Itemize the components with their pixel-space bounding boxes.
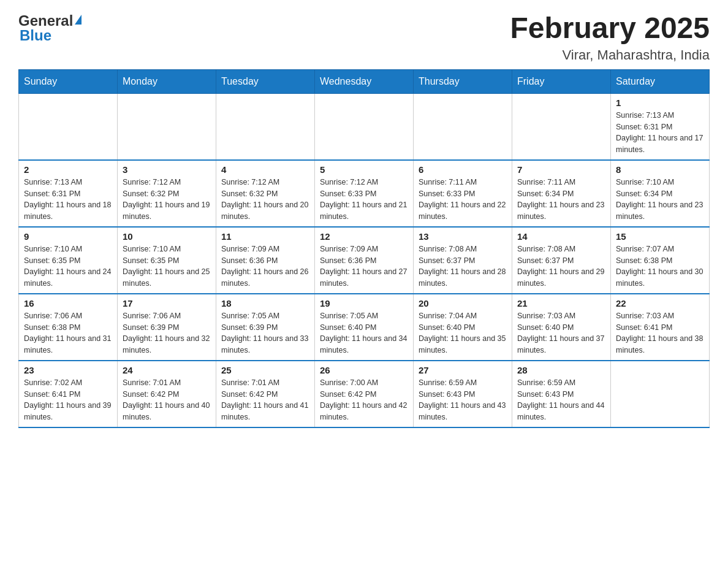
calendar-cell <box>216 93 315 160</box>
calendar-cell: 3Sunrise: 7:12 AMSunset: 6:32 PMDaylight… <box>118 160 216 227</box>
calendar-cell: 9Sunrise: 7:10 AMSunset: 6:35 PMDaylight… <box>19 227 118 294</box>
day-info: Sunrise: 7:07 AMSunset: 6:38 PMDaylight:… <box>616 243 704 289</box>
calendar-cell: 4Sunrise: 7:12 AMSunset: 6:32 PMDaylight… <box>216 160 315 227</box>
calendar-cell: 10Sunrise: 7:10 AMSunset: 6:35 PMDayligh… <box>118 227 216 294</box>
day-number: 25 <box>221 365 309 375</box>
day-number: 8 <box>616 164 704 175</box>
calendar-cell: 23Sunrise: 7:02 AMSunset: 6:41 PMDayligh… <box>19 361 118 427</box>
calendar-cell: 19Sunrise: 7:05 AMSunset: 6:40 PMDayligh… <box>315 294 414 361</box>
day-number: 20 <box>419 298 507 308</box>
weekday-header-thursday: Thursday <box>414 69 512 93</box>
calendar-cell: 24Sunrise: 7:01 AMSunset: 6:42 PMDayligh… <box>118 361 216 427</box>
calendar-cell: 14Sunrise: 7:08 AMSunset: 6:37 PMDayligh… <box>512 227 611 294</box>
calendar-cell <box>315 93 414 160</box>
day-number: 4 <box>221 164 309 175</box>
calendar-week-row: 23Sunrise: 7:02 AMSunset: 6:41 PMDayligh… <box>19 361 710 427</box>
day-info: Sunrise: 7:13 AMSunset: 6:31 PMDaylight:… <box>616 110 704 156</box>
day-number: 17 <box>123 298 211 308</box>
calendar-cell: 15Sunrise: 7:07 AMSunset: 6:38 PMDayligh… <box>611 227 710 294</box>
day-info: Sunrise: 7:09 AMSunset: 6:36 PMDaylight:… <box>221 243 309 289</box>
weekday-header-tuesday: Tuesday <box>216 69 315 93</box>
day-info: Sunrise: 7:00 AMSunset: 6:42 PMDaylight:… <box>320 377 408 423</box>
calendar-cell: 28Sunrise: 6:59 AMSunset: 6:43 PMDayligh… <box>512 361 611 427</box>
day-number: 18 <box>221 298 309 308</box>
day-number: 22 <box>616 298 704 308</box>
day-number: 14 <box>517 231 605 242</box>
weekday-header-friday: Friday <box>512 69 611 93</box>
calendar-cell: 18Sunrise: 7:05 AMSunset: 6:39 PMDayligh… <box>216 294 315 361</box>
weekday-header-monday: Monday <box>118 69 216 93</box>
day-info: Sunrise: 7:12 AMSunset: 6:33 PMDaylight:… <box>320 177 408 223</box>
calendar-cell: 27Sunrise: 6:59 AMSunset: 6:43 PMDayligh… <box>414 361 512 427</box>
weekday-header-sunday: Sunday <box>19 69 118 93</box>
day-number: 21 <box>517 298 605 308</box>
calendar-subtitle: Virar, Maharashtra, India <box>510 47 710 63</box>
day-number: 23 <box>24 365 112 375</box>
day-number: 27 <box>419 365 507 375</box>
day-info: Sunrise: 6:59 AMSunset: 6:43 PMDaylight:… <box>517 377 605 423</box>
day-info: Sunrise: 7:01 AMSunset: 6:42 PMDaylight:… <box>221 377 309 423</box>
day-number: 3 <box>123 164 211 175</box>
day-info: Sunrise: 6:59 AMSunset: 6:43 PMDaylight:… <box>419 377 507 423</box>
calendar-cell <box>19 93 118 160</box>
calendar-cell <box>118 93 216 160</box>
day-number: 26 <box>320 365 408 375</box>
calendar-cell: 26Sunrise: 7:00 AMSunset: 6:42 PMDayligh… <box>315 361 414 427</box>
calendar-cell: 25Sunrise: 7:01 AMSunset: 6:42 PMDayligh… <box>216 361 315 427</box>
calendar-cell: 22Sunrise: 7:03 AMSunset: 6:41 PMDayligh… <box>611 294 710 361</box>
calendar-cell: 8Sunrise: 7:10 AMSunset: 6:34 PMDaylight… <box>611 160 710 227</box>
day-info: Sunrise: 7:09 AMSunset: 6:36 PMDaylight:… <box>320 243 408 289</box>
weekday-header-row: SundayMondayTuesdayWednesdayThursdayFrid… <box>19 69 710 93</box>
calendar-title: February 2025 <box>510 12 710 45</box>
day-number: 13 <box>419 231 507 242</box>
day-info: Sunrise: 7:03 AMSunset: 6:41 PMDaylight:… <box>616 310 704 356</box>
calendar-cell: 11Sunrise: 7:09 AMSunset: 6:36 PMDayligh… <box>216 227 315 294</box>
weekday-header-wednesday: Wednesday <box>315 69 414 93</box>
calendar-table: SundayMondayTuesdayWednesdayThursdayFrid… <box>18 69 710 428</box>
day-number: 16 <box>24 298 112 308</box>
calendar-week-row: 9Sunrise: 7:10 AMSunset: 6:35 PMDaylight… <box>19 227 710 294</box>
day-number: 9 <box>24 231 112 242</box>
day-info: Sunrise: 7:02 AMSunset: 6:41 PMDaylight:… <box>24 377 112 423</box>
calendar-cell <box>414 93 512 160</box>
calendar-body: 1Sunrise: 7:13 AMSunset: 6:31 PMDaylight… <box>19 93 710 427</box>
logo-blue-text: Blue <box>20 27 51 44</box>
day-info: Sunrise: 7:12 AMSunset: 6:32 PMDaylight:… <box>221 177 309 223</box>
calendar-cell: 21Sunrise: 7:03 AMSunset: 6:40 PMDayligh… <box>512 294 611 361</box>
calendar-cell: 12Sunrise: 7:09 AMSunset: 6:36 PMDayligh… <box>315 227 414 294</box>
day-info: Sunrise: 7:04 AMSunset: 6:40 PMDaylight:… <box>419 310 507 356</box>
day-number: 5 <box>320 164 408 175</box>
day-info: Sunrise: 7:13 AMSunset: 6:31 PMDaylight:… <box>24 177 112 223</box>
day-number: 19 <box>320 298 408 308</box>
day-info: Sunrise: 7:11 AMSunset: 6:34 PMDaylight:… <box>517 177 605 223</box>
day-info: Sunrise: 7:05 AMSunset: 6:40 PMDaylight:… <box>320 310 408 356</box>
day-number: 28 <box>517 365 605 375</box>
calendar-cell <box>512 93 611 160</box>
day-number: 2 <box>24 164 112 175</box>
day-number: 1 <box>616 98 704 108</box>
day-info: Sunrise: 7:06 AMSunset: 6:38 PMDaylight:… <box>24 310 112 356</box>
calendar-week-row: 2Sunrise: 7:13 AMSunset: 6:31 PMDaylight… <box>19 160 710 227</box>
day-info: Sunrise: 7:08 AMSunset: 6:37 PMDaylight:… <box>517 243 605 289</box>
calendar-week-row: 16Sunrise: 7:06 AMSunset: 6:38 PMDayligh… <box>19 294 710 361</box>
calendar-cell: 7Sunrise: 7:11 AMSunset: 6:34 PMDaylight… <box>512 160 611 227</box>
day-info: Sunrise: 7:06 AMSunset: 6:39 PMDaylight:… <box>123 310 211 356</box>
day-number: 6 <box>419 164 507 175</box>
day-number: 12 <box>320 231 408 242</box>
calendar-cell: 17Sunrise: 7:06 AMSunset: 6:39 PMDayligh… <box>118 294 216 361</box>
calendar-cell: 2Sunrise: 7:13 AMSunset: 6:31 PMDaylight… <box>19 160 118 227</box>
logo: General Blue <box>18 12 82 44</box>
day-info: Sunrise: 7:12 AMSunset: 6:32 PMDaylight:… <box>123 177 211 223</box>
weekday-header-saturday: Saturday <box>611 69 710 93</box>
day-info: Sunrise: 7:01 AMSunset: 6:42 PMDaylight:… <box>123 377 211 423</box>
calendar-cell: 16Sunrise: 7:06 AMSunset: 6:38 PMDayligh… <box>19 294 118 361</box>
day-number: 10 <box>123 231 211 242</box>
calendar-cell <box>611 361 710 427</box>
day-info: Sunrise: 7:10 AMSunset: 6:35 PMDaylight:… <box>123 243 211 289</box>
day-info: Sunrise: 7:08 AMSunset: 6:37 PMDaylight:… <box>419 243 507 289</box>
calendar-cell: 6Sunrise: 7:11 AMSunset: 6:33 PMDaylight… <box>414 160 512 227</box>
calendar-header: SundayMondayTuesdayWednesdayThursdayFrid… <box>19 69 710 93</box>
day-info: Sunrise: 7:05 AMSunset: 6:39 PMDaylight:… <box>221 310 309 356</box>
logo-triangle-icon <box>75 15 82 25</box>
day-info: Sunrise: 7:10 AMSunset: 6:34 PMDaylight:… <box>616 177 704 223</box>
